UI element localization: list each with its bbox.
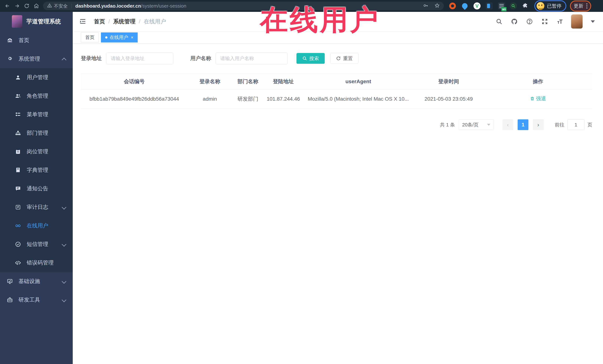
sidebar-item-error-code[interactable]: 错误码管理: [0, 254, 73, 272]
logo-image: [12, 15, 22, 28]
home-dashboard-icon: [7, 37, 13, 44]
goto-page-input[interactable]: [567, 119, 584, 130]
col-session-id: 会话编号: [81, 74, 187, 89]
font-size-icon[interactable]: [556, 17, 564, 26]
sidebar-item-label: 基础设施: [19, 278, 40, 285]
orange-ring-extension-icon[interactable]: [449, 2, 456, 10]
sidebar-item-dept-management[interactable]: 部门管理: [0, 124, 73, 142]
back-icon[interactable]: [3, 2, 12, 10]
password-key-icon[interactable]: [423, 3, 428, 9]
active-tab-dot: [105, 36, 107, 39]
cell-session-id: bfbb1ab79ba849e49fb26ddb56a73044: [81, 89, 187, 109]
col-login-name: 登录名称: [187, 74, 232, 89]
sidebar-toggle-icon[interactable]: [78, 17, 87, 26]
tab-online-users[interactable]: 在线用户 ×: [101, 33, 138, 43]
sidebar-item-label: 在线用户: [27, 222, 48, 230]
sidebar-item-label: 岗位管理: [27, 148, 48, 155]
message-icon: [15, 186, 21, 192]
sidebar-item-notice[interactable]: 通知公告: [0, 179, 73, 198]
next-page-button[interactable]: ›: [533, 119, 544, 130]
filter-form: 登录地址 用户名称 搜索 重置: [81, 53, 591, 64]
sidebar-item-dev-tools[interactable]: 研发工具: [0, 291, 73, 309]
blue-pin-extension-icon[interactable]: [461, 2, 469, 10]
help-icon[interactable]: [525, 17, 533, 26]
app-title: 芋道管理系统: [26, 18, 61, 25]
bookmark-star-icon[interactable]: [435, 3, 440, 9]
browser-menu-kebab-icon[interactable]: [586, 3, 587, 9]
dev-tools-icon: [7, 297, 13, 303]
sidebar-item-online-users[interactable]: 在线用户: [0, 217, 73, 235]
online-users-icon: [15, 223, 21, 229]
reload-icon[interactable]: [22, 2, 32, 10]
database-extension-icon[interactable]: an: [498, 2, 505, 10]
url-domain[interactable]: dashboard.yudao.iocoder.cn: [75, 3, 141, 9]
sidebar-item-audit-log[interactable]: 审计日志: [0, 198, 73, 217]
tab-home[interactable]: 首页: [81, 33, 99, 43]
search-icon[interactable]: [495, 17, 503, 26]
avatar-caret-icon[interactable]: [591, 20, 595, 23]
sidebar-item-sms-management[interactable]: 短信管理: [0, 235, 73, 254]
sidebar-item-label: 短信管理: [27, 241, 48, 248]
cell-actions: 强退: [484, 89, 592, 109]
green-v-extension-icon[interactable]: V: [473, 2, 481, 10]
forward-icon[interactable]: [12, 2, 22, 10]
update-label: 更新: [574, 3, 583, 9]
paused-label: 已暂停: [547, 3, 561, 9]
sidebar-item-label: 通知公告: [27, 185, 48, 192]
sidebar-item-role-management[interactable]: 角色管理: [0, 87, 73, 105]
cell-login-time: 2021-05-03 23:05:49: [414, 89, 484, 109]
tab-close-icon[interactable]: ×: [131, 35, 133, 40]
current-page-button[interactable]: 1: [518, 119, 528, 130]
blue-duo-extension-icon[interactable]: [485, 2, 493, 10]
browser-update-button[interactable]: 更新: [570, 0, 591, 11]
security-label[interactable]: 不安全: [54, 3, 68, 9]
col-user-agent: userAgent: [303, 74, 414, 89]
sidebar-item-home[interactable]: 首页: [0, 31, 73, 50]
user-avatar[interactable]: [571, 14, 583, 29]
page-content: 登录地址 用户名称 搜索 重置: [73, 44, 603, 364]
url-path[interactable]: /system/user-session: [141, 3, 186, 9]
log-icon: [15, 204, 21, 210]
sidebar-item-infrastructure[interactable]: 基础设施: [0, 272, 73, 291]
table-row: bfbb1ab79ba849e49fb26ddb56a73044 admin 研…: [81, 89, 592, 109]
profile-emoji-icon: [537, 2, 544, 10]
extension-badge: an: [501, 7, 507, 11]
page-size-select[interactable]: 20条/页: [459, 119, 494, 130]
green-magnifier-extension-icon[interactable]: [510, 2, 517, 10]
github-icon[interactable]: [510, 17, 518, 26]
sidebar-item-post-management[interactable]: 岗位管理: [0, 142, 73, 161]
force-logout-button[interactable]: 强退: [530, 95, 546, 103]
sidebar-item-system-management[interactable]: 系统管理: [0, 50, 73, 68]
col-dept-name: 部门名称: [232, 74, 264, 89]
chevron-down-icon: [62, 242, 66, 246]
sidebar-item-label: 用户管理: [27, 74, 48, 81]
login-address-input[interactable]: [106, 53, 173, 64]
gear-icon: [7, 56, 13, 62]
breadcrumb-home[interactable]: 首页: [94, 18, 105, 25]
home-icon[interactable]: [32, 2, 41, 10]
username-input[interactable]: [216, 53, 288, 64]
sidebar-item-user-management[interactable]: 用户管理: [0, 68, 73, 87]
sidebar-item-dict-management[interactable]: 字典管理: [0, 161, 73, 179]
sidebar-item-menu-management[interactable]: 菜单管理: [0, 105, 73, 124]
extensions-puzzle-icon[interactable]: [521, 2, 529, 10]
prev-page-button[interactable]: ‹: [502, 119, 513, 130]
dictionary-icon: [15, 167, 21, 173]
search-button[interactable]: 搜索: [297, 53, 325, 64]
sidebar-item-label: 审计日志: [27, 203, 48, 211]
address-bar[interactable]: 不安全 dashboard.yudao.iocoder.cn/system/us…: [43, 2, 444, 10]
breadcrumb-system[interactable]: 系统管理: [113, 18, 135, 25]
app-logo[interactable]: 芋道管理系统: [0, 12, 73, 31]
sidebar-item-label: 系统管理: [19, 55, 40, 63]
browser-toolbar: 不安全 dashboard.yudao.iocoder.cn/system/us…: [0, 0, 603, 12]
col-login-time: 登录时间: [414, 74, 484, 89]
code-icon: [15, 260, 21, 266]
breadcrumb-separator: /: [139, 18, 140, 25]
sidebar-item-label: 部门管理: [27, 129, 48, 137]
reset-button[interactable]: 重置: [330, 53, 359, 64]
browser-profile-paused[interactable]: 已暂停: [534, 0, 566, 11]
fullscreen-icon[interactable]: [541, 17, 549, 26]
chevron-up-icon: [62, 58, 66, 62]
total-count: 共 1 条: [440, 121, 455, 128]
sidebar-item-label: 菜单管理: [27, 111, 48, 118]
